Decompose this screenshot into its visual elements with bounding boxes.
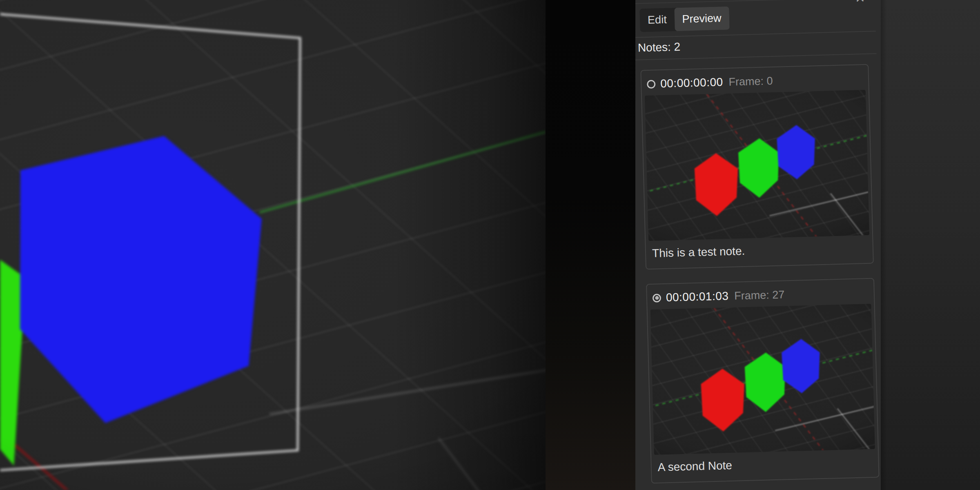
- background-right: [881, 0, 980, 490]
- note-header: 00:00:00:00 Frame: 0: [641, 65, 868, 91]
- screen: ✕ Edit Preview Notes: 2 00:00:00:00 Fram…: [0, 0, 980, 490]
- note-frame-label: Frame: 0: [728, 74, 773, 88]
- panel-top-separator: [635, 0, 875, 4]
- tab-edit[interactable]: Edit: [639, 8, 675, 32]
- note-timecode: 00:00:01:03: [666, 290, 729, 304]
- green-cube: [744, 352, 786, 412]
- notes-count-label: Notes: 2: [638, 35, 877, 54]
- note-timecode: 00:00:00:00: [660, 76, 723, 90]
- red-cube: [694, 153, 739, 216]
- tab-preview[interactable]: Preview: [674, 7, 729, 31]
- grid-major-line: [775, 405, 875, 431]
- y-axis-line: [260, 132, 546, 212]
- red-cube: [701, 368, 746, 432]
- blue-cube: [20, 136, 262, 423]
- note-text: This is a test note.: [652, 241, 867, 261]
- note-thumbnail[interactable]: [645, 90, 869, 241]
- blue-cube: [781, 339, 821, 394]
- blue-cube: [777, 125, 816, 180]
- grid-major-line: [837, 408, 874, 455]
- thumbnail-scene: [650, 304, 875, 455]
- notes-panel-content: ✕ Edit Preview Notes: 2 00:00:00:00 Fram…: [635, 0, 881, 490]
- note-card[interactable]: 00:00:01:03 Frame: 27: [646, 278, 880, 483]
- note-text: A second Note: [657, 455, 873, 474]
- grid-major-line: [831, 192, 867, 241]
- 3d-viewport[interactable]: [0, 0, 546, 490]
- note-frame-label: Frame: 27: [734, 288, 785, 302]
- close-icon[interactable]: ✕: [855, 0, 865, 5]
- separator: [635, 53, 877, 60]
- viewport-overlay: [0, 0, 546, 490]
- note-card[interactable]: 00:00:00:00 Frame: 0: [640, 64, 874, 270]
- tab-bar: Edit Preview: [639, 7, 729, 32]
- thumbnail-scene: [645, 90, 869, 241]
- notes-panel: ✕ Edit Preview Notes: 2 00:00:00:00 Fram…: [635, 0, 881, 490]
- panel-gap-shadow: [546, 0, 635, 490]
- note-radio[interactable]: [647, 80, 656, 89]
- note-thumbnail[interactable]: [650, 304, 875, 455]
- note-radio[interactable]: [653, 294, 662, 303]
- green-cube: [738, 138, 780, 198]
- note-header: 00:00:01:03 Frame: 27: [647, 279, 874, 305]
